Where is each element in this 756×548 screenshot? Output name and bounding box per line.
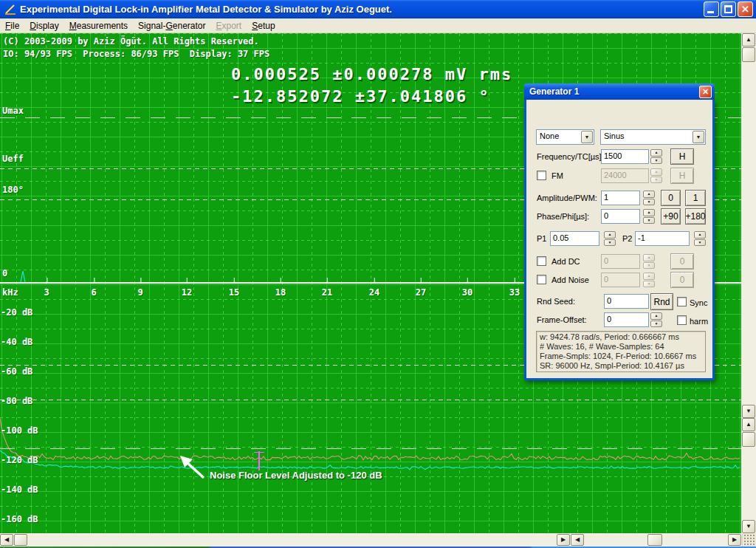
deg180-label: 180° — [2, 185, 24, 195]
info-line: Frame-Smpls: 1024, Fr-Period: 10.6667 ms — [540, 352, 702, 361]
sync-checkbox[interactable] — [677, 297, 687, 306]
zero-label: 0 — [2, 268, 7, 278]
copyright-text: (C) 2003-2009 by Aziz Ögüt. All Rights R… — [3, 36, 259, 47]
x-tick: 15 — [229, 287, 239, 298]
add-dc-label: Add DC — [551, 257, 580, 266]
frame-offset-spinner[interactable]: ▲▼ — [650, 312, 662, 327]
cursor-marker-vertical[interactable] — [258, 451, 260, 470]
fm-hold-button: H — [670, 168, 694, 184]
menu-display[interactable]: Display — [24, 19, 63, 32]
sync-label: Sync — [690, 298, 707, 307]
add-dc-input: 0 — [601, 254, 640, 269]
close-button[interactable]: ✕ — [738, 1, 753, 17]
scroll-right-button-2[interactable]: ▶ — [728, 534, 741, 546]
rnd-seed-label: Rnd Seed: — [537, 297, 575, 306]
scroll-down-button-bottom[interactable]: ▼ — [742, 520, 755, 533]
p1-input[interactable]: 0.05 — [550, 231, 599, 246]
phase-spinner[interactable]: ▲▼ — [643, 209, 655, 224]
scroll-thumb-h2[interactable] — [647, 534, 662, 546]
khz-axis-label: kHz — [2, 287, 18, 298]
phase-readout: -12.852072 ±37.041806 ° — [231, 87, 490, 106]
fm-input: 24000 — [601, 168, 649, 183]
scroll-thumb-top[interactable] — [742, 47, 755, 62]
add-dc-checkbox[interactable] — [537, 256, 546, 266]
harm-checkbox[interactable] — [677, 315, 687, 325]
fm-checkbox[interactable] — [537, 171, 546, 180]
menu-measurements[interactable]: Measurements — [64, 19, 133, 32]
modulation-select[interactable]: None▼ — [536, 129, 594, 145]
maximize-button[interactable] — [721, 1, 736, 17]
frequency-hold-button[interactable]: H — [670, 148, 694, 165]
phase-input[interactable]: 0 — [601, 209, 640, 224]
frequency-spinner[interactable]: ▲▼ — [650, 149, 662, 164]
db-tick: -60 dB — [1, 366, 32, 377]
scroll-thumb-bottom[interactable] — [742, 432, 755, 447]
fm-spinner: ▲▼ — [650, 168, 662, 183]
x-tick: 27 — [416, 287, 426, 298]
window-title: Experimental Digital Lock-in Amplifier M… — [20, 4, 702, 15]
db-tick: -20 dB — [1, 307, 32, 318]
add-dc-zero-button: 0 — [670, 253, 694, 270]
frequency-input[interactable]: 1500 — [601, 149, 649, 164]
scroll-right-button-1[interactable]: ▶ — [557, 534, 570, 546]
x-tick: 3 — [44, 287, 49, 298]
phase-plus90-button[interactable]: +90 — [661, 208, 681, 225]
frequency-label: Frequency/TC[µs] — [537, 152, 602, 161]
db-tick: -160 dB — [1, 514, 38, 524]
p2-spinner[interactable]: ▲▼ — [694, 231, 706, 246]
waveform-select[interactable]: Sinus▼ — [600, 129, 706, 145]
generator-close-button[interactable]: ✕ — [699, 86, 712, 98]
noise-floor-annotation: Noise Floor Level Adjusted to -120 dB — [210, 470, 382, 481]
rnd-button[interactable]: Rnd — [650, 293, 673, 310]
minimize-button[interactable] — [704, 1, 719, 17]
generator-info-panel: w: 9424.78 rad/s, Period: 0.666667 ms # … — [536, 331, 706, 372]
amplitude-zero-button[interactable]: 0 — [661, 190, 681, 206]
scroll-up-button-top[interactable]: ▲ — [742, 33, 755, 47]
scroll-left-button-2[interactable]: ◀ — [571, 534, 584, 546]
phase-label: Phase/Phi[µs]: — [537, 212, 589, 221]
info-line: # Waves: 16, # Wave-Samples: 64 — [540, 342, 702, 352]
scroll-down-button-top[interactable]: ▼ — [742, 405, 755, 418]
add-noise-input: 0 — [601, 273, 640, 287]
generator-dialog-titlebar[interactable]: Generator 1 ✕ — [524, 83, 715, 100]
frame-offset-label: Frame-Offset: — [537, 315, 587, 324]
rnd-seed-input[interactable]: 0 — [604, 294, 649, 309]
scroll-thumb-h1[interactable] — [14, 534, 27, 546]
resize-grip[interactable] — [742, 533, 756, 547]
application-window: Experimental Digital Lock-in Amplifier M… — [0, 0, 756, 548]
scroll-left-button-1[interactable]: ◀ — [0, 534, 13, 546]
chevron-down-icon[interactable]: ▼ — [693, 131, 704, 143]
add-noise-zero-button: 0 — [670, 272, 694, 288]
ueff-label: Ueff — [2, 154, 24, 164]
marker-line-lower — [0, 400, 741, 400]
x-tick: 21 — [322, 287, 332, 298]
menu-setup[interactable]: Setup — [247, 19, 280, 32]
menu-file[interactable]: File — [0, 19, 24, 32]
add-noise-spinner: ▲▼ — [643, 273, 655, 287]
chevron-down-icon[interactable]: ▼ — [581, 131, 593, 143]
db-tick: -100 dB — [1, 425, 38, 436]
add-dc-spinner: ▲▼ — [643, 254, 655, 269]
umax-label: Umax — [2, 106, 24, 116]
p2-input[interactable]: -1 — [635, 231, 690, 246]
amplitude-spinner[interactable]: ▲▼ — [643, 191, 655, 205]
vertical-scroll-rail: ▲ ▼ ▲ ▼ — [741, 33, 756, 533]
phase-plus180-button[interactable]: +180 — [685, 208, 706, 225]
amplitude-label: Amplitude/PWM: — [537, 193, 597, 202]
db-tick: -120 dB — [1, 455, 38, 465]
generator-dialog: Generator 1 ✕ None▼ Sinus▼ Frequency/TC[… — [524, 100, 715, 380]
scroll-up-button-bottom[interactable]: ▲ — [742, 418, 755, 431]
amplitude-one-button[interactable]: 1 — [685, 190, 706, 206]
p1-spinner[interactable]: ▲▼ — [604, 231, 616, 246]
p1-label: P1 — [537, 234, 546, 243]
amplitude-readout: 0.000525 ±0.000278 mV rms — [231, 65, 512, 83]
add-noise-checkbox[interactable] — [537, 275, 546, 284]
db-tick: -140 dB — [1, 484, 38, 495]
menu-signal-generator[interactable]: Signal-Generator — [133, 19, 210, 32]
cursor-marker-horizontal — [254, 452, 264, 453]
annotation-arrow-icon — [176, 453, 210, 481]
title-bar: Experimental Digital Lock-in Amplifier M… — [0, 0, 756, 18]
frame-offset-input[interactable]: 0 — [604, 312, 649, 327]
horizontal-scroll-rail: ◀ ▶ ◀ ▶ — [0, 533, 756, 547]
amplitude-input[interactable]: 1 — [601, 191, 640, 205]
